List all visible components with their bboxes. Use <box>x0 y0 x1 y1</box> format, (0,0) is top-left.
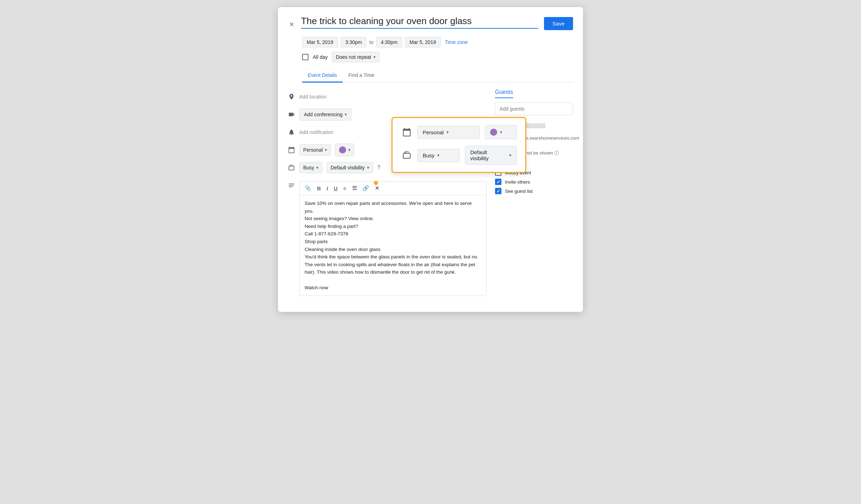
allday-label: All day <box>313 54 328 60</box>
invite-others-label: Invite others <box>505 179 530 185</box>
add-notification-text[interactable]: Add notification <box>299 129 333 135</box>
end-date-picker[interactable]: Mar 5, 2019 <box>405 37 441 47</box>
bell-icon <box>288 129 295 136</box>
start-date-picker[interactable]: Mar 5, 2019 <box>302 37 338 47</box>
check-icon: ✓ <box>496 179 500 185</box>
chevron-down-icon: ▾ <box>367 165 369 170</box>
add-conferencing-label: Add conferencing <box>304 112 343 117</box>
event-title-input[interactable] <box>301 16 538 29</box>
tab-find-time[interactable]: Find a Time <box>343 69 380 83</box>
event-dialog: × Save Mar 5, 2019 3:30pm to 4:30pm Mar … <box>278 7 583 312</box>
location-icon <box>288 93 295 100</box>
tooltip-calendar-label: Personal <box>423 129 444 135</box>
add-location-row: Add location <box>288 89 487 105</box>
busy-select[interactable]: Busy ▾ <box>299 162 322 173</box>
italic-button[interactable]: I <box>324 184 330 193</box>
end-time-picker[interactable]: 4:30pm <box>376 37 402 47</box>
busy-label: Busy <box>303 165 314 170</box>
calendar-icon <box>288 146 295 153</box>
link-button[interactable]: 🔗 <box>360 184 371 193</box>
add-location-text[interactable]: Add location <box>299 94 327 100</box>
color-select[interactable]: ▾ <box>335 144 354 156</box>
tooltip-busy-label: Busy <box>423 152 434 158</box>
to-label: to <box>369 39 373 45</box>
briefcase-icon <box>401 150 412 161</box>
allday-checkbox[interactable] <box>302 54 309 60</box>
tabs-row: Event Details Find a Time <box>302 69 573 83</box>
calendar-label: Personal <box>303 147 323 153</box>
invite-others-permission: ✓ Invite others <box>495 179 573 185</box>
chevron-down-icon: ▾ <box>325 147 327 152</box>
briefcase-icon <box>288 164 295 171</box>
chevron-down-icon: ▾ <box>348 147 350 152</box>
calendar-icon <box>401 127 412 138</box>
tooltip-calendar-select[interactable]: Personal ▾ <box>417 126 480 139</box>
help-icon-inline[interactable]: ⓘ <box>554 150 559 156</box>
invite-others-checkbox[interactable]: ✓ <box>495 179 501 185</box>
guests-title: Guests <box>495 89 513 98</box>
underline-button[interactable]: U <box>332 184 340 193</box>
datetime-row: Mar 5, 2019 3:30pm to 4:30pm Mar 5, 2019… <box>302 37 573 47</box>
tooltip-status-row: Busy ▾ Default visibility ▾ <box>401 146 517 165</box>
see-guest-list-permission: ✓ See guest list <box>495 188 573 194</box>
video-icon <box>288 111 295 118</box>
close-button[interactable]: × <box>288 18 295 30</box>
description-box: 📎 B I U ≡ ☰ 🔗 ✕ Save 10% on oven repair … <box>299 181 487 296</box>
repeat-select[interactable]: Does not repeat ▾ <box>332 52 379 62</box>
timezone-button[interactable]: Time zone <box>444 37 470 47</box>
ordered-list-button[interactable]: ≡ <box>341 184 349 193</box>
bold-button[interactable]: B <box>315 184 323 193</box>
see-guest-list-checkbox[interactable]: ✓ <box>495 188 501 194</box>
start-time-picker[interactable]: 3:30pm <box>341 37 367 47</box>
tooltip-color-select[interactable]: ▾ <box>485 125 517 139</box>
chevron-down-icon: ▾ <box>446 130 449 135</box>
description-toolbar: 📎 B I U ≡ ☰ 🔗 ✕ <box>300 181 486 195</box>
help-icon[interactable]: ? <box>377 164 380 171</box>
tooltip-visibility-select[interactable]: Default visibility ▾ <box>465 146 517 165</box>
chevron-down-icon: ▾ <box>316 165 318 170</box>
color-dot <box>339 146 346 153</box>
chevron-down-icon: ▾ <box>345 112 347 117</box>
tooltip-visibility-label: Default visibility <box>470 149 506 161</box>
dialog-header: × Save <box>288 16 573 30</box>
tooltip-busy-select[interactable]: Busy ▾ <box>417 149 460 162</box>
tab-event-details[interactable]: Event Details <box>302 69 343 83</box>
description-icon <box>288 182 295 189</box>
tooltip-calendar-row: Personal ▾ ▾ <box>401 125 517 139</box>
visibility-label: Default visibility <box>330 165 365 170</box>
repeat-label: Does not repeat <box>336 54 371 60</box>
description-content[interactable]: Save 10% on oven repair parts and access… <box>300 195 486 296</box>
save-button[interactable]: Save <box>544 17 573 30</box>
attach-button[interactable]: 📎 <box>302 184 313 193</box>
calendar-select[interactable]: Personal ▾ <box>299 144 331 156</box>
see-guest-list-label: See guest list <box>505 189 533 194</box>
chevron-down-icon: ▾ <box>500 130 502 135</box>
unordered-list-button[interactable]: ☰ <box>350 184 359 193</box>
connector-dot <box>374 181 378 185</box>
add-conferencing-button[interactable]: Add conferencing ▾ <box>299 108 351 121</box>
clear-format-button[interactable]: ✕ <box>373 184 382 193</box>
add-guests-input[interactable] <box>495 102 573 115</box>
allday-row: All day Does not repeat ▾ <box>302 52 573 62</box>
chevron-down-icon: ▾ <box>509 153 511 158</box>
tooltip-popup: Personal ▾ ▾ Busy ▾ Default visibility ▾ <box>391 117 526 173</box>
chevron-down-icon: ▾ <box>373 55 376 60</box>
chevron-down-icon: ▾ <box>437 153 439 158</box>
color-dot <box>490 129 497 136</box>
visibility-select[interactable]: Default visibility ▾ <box>327 162 373 173</box>
check-icon: ✓ <box>496 189 500 194</box>
